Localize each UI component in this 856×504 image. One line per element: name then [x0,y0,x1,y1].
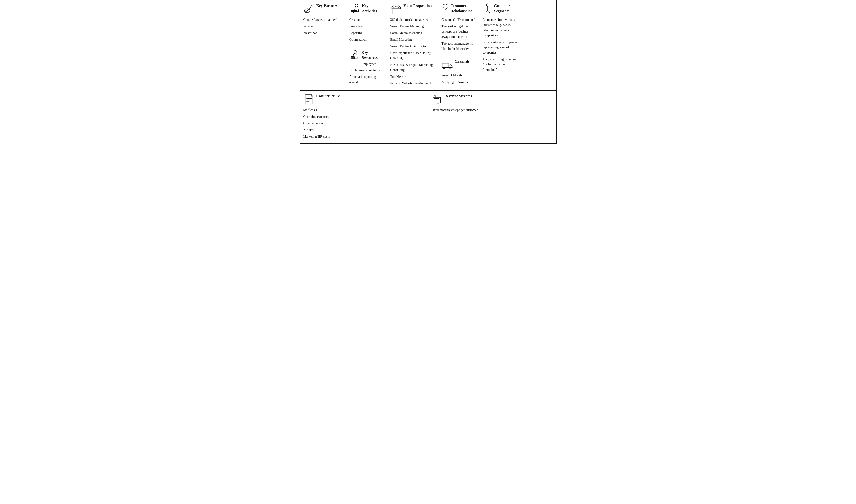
segments-icon [483,3,493,15]
partners-item-0: Google (strategic partner) [303,17,342,22]
channels-cell: Channels Word of Mouth Applying in Award… [438,56,479,90]
svg-point-5 [355,4,358,7]
segments-item-1: Big advertising companies representing a… [483,40,522,55]
value-propositions-cell: Value Propositions 360 digital marketing… [387,0,438,90]
svg-point-18 [449,67,451,69]
segments-content: Companies from various industries (e.g. … [483,17,522,72]
customer-segments-cell: Customer Segments Companies from various… [479,0,525,90]
value-intro: 360 digital marketing agency: [390,17,434,22]
cost-icon [303,93,315,105]
activities-content: Creation Promotion Reporting Optimizatio… [350,17,383,42]
cost-content: Staff costs Operating expenses Other exp… [303,107,424,139]
bottom-section: Cost Structure Staff costs Operating exp… [300,91,556,143]
svg-point-2 [310,6,312,7]
svg-rect-25 [305,95,312,104]
svg-line-23 [486,10,488,13]
revenue-item-0: Fixed monthly charge per customer [431,107,553,113]
relationships-title: Customer Relationships [450,3,476,14]
svg-rect-6 [351,11,357,12]
partners-item-2: Prestashop [303,31,342,36]
svg-rect-31 [434,98,439,102]
svg-point-20 [486,3,489,6]
relationships-item-0: Customer's "Department" [442,17,475,22]
activities-resources-column: Key Activities Creation Promotion Report… [346,0,387,90]
segments-item-2: They are distinguished in "performance" … [483,57,522,72]
svg-point-9 [354,51,356,53]
relationships-channels-column: Customer Relationships Customer's "Depar… [438,0,479,90]
channels-content: Word of Mouth Applying in Awards [442,73,475,85]
resources-subtitle: Employees [361,62,383,66]
key-resources-cell: Key Resources Employees Digital marketin… [346,47,387,90]
cost-item-2: Other expenses [303,121,424,126]
cost-item-1: Operating expenses [303,114,424,120]
svg-rect-33 [437,102,439,103]
revenue-streams-cell: Revenue Streams Fixed monthly charge per… [428,91,556,143]
activities-item-0: Creation [350,17,383,22]
revenue-icon [431,93,443,105]
value-title: Value Propositions [403,3,433,8]
resources-content: Digital marketing tools Automatic report… [350,68,383,85]
partners-content: Google (strategic partner) Facebook Pres… [303,17,342,36]
cost-item-3: Partners [303,127,424,132]
value-item-3: Search Engine Optimization [390,44,434,49]
key-partners-cell: Key Partners Google (strategic partner) … [300,0,346,90]
value-item-4: User Experience / User Desing (UX / UI) [390,51,434,61]
channels-title: Channels [454,59,469,64]
value-item-0: Search Engine Marketing [390,24,434,29]
partners-item-1: Facebook [303,24,342,29]
svg-rect-16 [442,63,449,68]
value-content: 360 digital marketing agency: Search Eng… [390,17,434,86]
cost-title: Cost Structure [316,93,340,98]
relationships-item-1: The goal is " get the concept of e-busin… [442,24,475,39]
resources-item-1: Automatic reporting algorithm. [350,74,383,85]
revenue-content: Fixed monthly charge per customer [431,107,553,113]
cost-item-0: Staff costs [303,107,424,113]
channels-item-0: Word of Mouth [442,73,475,78]
business-model-canvas: Key Partners Google (strategic partner) … [300,0,557,144]
cost-item-4: Marketing/HR costs [303,134,424,139]
svg-line-24 [488,10,490,13]
value-item-1: Social Media Marketing [390,31,434,36]
partners-title: Key Partners [316,3,338,8]
activities-item-3: Optimization [350,37,383,42]
activities-item-2: Reporting [350,31,383,36]
resources-item-0: Digital marketing tools [350,68,383,73]
top-section: Key Partners Google (strategic partner) … [300,0,556,91]
value-icon [390,3,402,15]
cost-structure-cell: Cost Structure Staff costs Operating exp… [300,91,428,143]
relationships-content: Customer's "Department" The goal is " ge… [442,17,475,51]
activities-item-1: Promotion [350,24,383,29]
resources-icon [350,50,360,62]
activities-icon [350,3,361,15]
channels-icon [442,59,453,71]
value-item-6: TrekMetrics [390,74,434,79]
customer-relationships-cell: Customer Relationships Customer's "Depar… [438,0,479,56]
segments-item-0: Companies from various industries (e.g. … [483,17,522,38]
revenue-title: Revenue Streams [445,93,472,98]
value-item-5: E-Business & Digital Marketing Consultin… [390,62,434,73]
svg-point-17 [443,67,445,69]
relationships-icon [442,3,449,15]
partners-icon [303,3,315,15]
channels-item-1: Applying in Awards [442,80,475,85]
key-activities-cell: Key Activities Creation Promotion Report… [346,0,387,47]
value-item-2: Email Marketing [390,37,434,42]
value-item-7: E-shop / Website Development [390,81,434,86]
segments-title: Customer Segments [494,3,522,14]
svg-line-7 [353,12,354,13]
activities-title: Key Activities [362,3,383,14]
relationships-item-2: The account manager is high in the hiera… [442,41,475,52]
resources-title: Key Resources [361,50,383,60]
